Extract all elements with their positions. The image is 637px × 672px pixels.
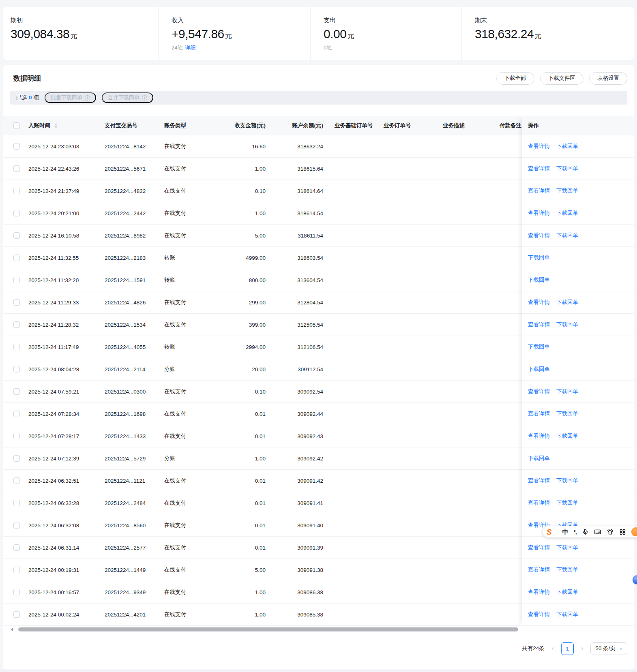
row-checkbox[interactable] [13, 544, 20, 551]
row-checkbox[interactable] [13, 255, 20, 261]
row-checkbox[interactable] [13, 143, 20, 150]
download-receipt-link[interactable]: 下载回单 [556, 210, 578, 217]
download-receipt-link[interactable]: 下载回单 [528, 254, 550, 261]
row-checkbox-cell [3, 522, 28, 529]
row-checkbox[interactable] [13, 567, 20, 573]
total-count-label: 共有24条 [522, 645, 545, 652]
view-detail-link[interactable]: 查看详情 [528, 210, 550, 217]
download-receipt-link[interactable]: 下载回单 [556, 187, 578, 195]
download-receipt-link[interactable]: 下载回单 [556, 321, 578, 328]
view-detail-link[interactable]: 查看详情 [528, 187, 550, 195]
view-detail-link[interactable]: 查看详情 [528, 143, 550, 150]
row-checkbox[interactable] [13, 477, 20, 484]
download-receipt-link[interactable]: 下载回单 [556, 566, 578, 574]
download-receipt-link[interactable]: 下载回单 [556, 299, 578, 306]
row-checkbox[interactable] [13, 344, 20, 350]
cell-amount: 0.10 [215, 188, 266, 194]
row-checkbox[interactable] [13, 388, 20, 395]
download-all-button[interactable]: 下载全部 [496, 72, 534, 85]
row-actions: 查看详情 下载回单 [522, 581, 634, 604]
row-checkbox-cell [3, 366, 28, 372]
download-receipt-link[interactable]: 下载回单 [528, 455, 550, 462]
view-detail-link[interactable]: 查看详情 [528, 499, 550, 507]
download-receipt-link[interactable]: 下载回单 [556, 477, 578, 484]
row-checkbox[interactable] [13, 455, 20, 462]
next-page-icon[interactable]: › [579, 645, 585, 652]
view-detail-link[interactable]: 查看详情 [528, 589, 550, 596]
view-detail-link[interactable]: 查看详情 [528, 477, 550, 484]
download-file-area-button[interactable]: 下载文件区 [540, 72, 584, 85]
row-checkbox[interactable] [13, 611, 20, 618]
cell-entry-time: 2025-12-24 11:29:33 [28, 300, 105, 306]
cell-entry-time: 2025-12-24 07:59:21 [28, 389, 105, 395]
select-all-cell [3, 122, 28, 129]
ime-language-toggle[interactable]: 中 [562, 528, 568, 536]
cell-amount: 1.00 [215, 210, 266, 216]
current-page-button[interactable]: 1 [561, 642, 574, 655]
income-detail-link[interactable]: 详细 [185, 45, 195, 51]
download-receipt-link[interactable]: 下载回单 [528, 343, 550, 351]
view-detail-link[interactable]: 查看详情 [528, 611, 550, 618]
view-detail-link[interactable]: 查看详情 [528, 321, 550, 328]
prev-page-icon[interactable]: ‹ [550, 645, 555, 652]
page-size-select[interactable]: 50 条/页∨ [590, 642, 627, 655]
row-checkbox[interactable] [13, 232, 20, 239]
sort-icon[interactable] [54, 123, 58, 128]
row-checkbox[interactable] [13, 299, 20, 306]
scrollbar-thumb[interactable] [18, 627, 518, 631]
download-receipt-link[interactable]: 下载回单 [556, 165, 578, 172]
ime-extra-icon[interactable] [631, 527, 637, 536]
download-receipt-link[interactable]: 下载回单 [528, 366, 550, 373]
download-receipt-link[interactable]: 下载回单 [556, 410, 578, 417]
view-detail-link[interactable]: 查看详情 [528, 566, 550, 574]
cell-amount: 0.01 [215, 433, 266, 439]
sogou-logo-icon[interactable]: S [547, 528, 552, 536]
cell-balance: 309092.42 [266, 456, 323, 462]
view-detail-link[interactable]: 查看详情 [528, 544, 550, 551]
view-detail-link[interactable]: 查看详情 [528, 232, 550, 239]
view-detail-link[interactable]: 查看详情 [528, 165, 550, 172]
cell-type: 转账 [164, 276, 215, 284]
download-receipt-link[interactable]: 下载回单 [556, 388, 578, 395]
row-checkbox[interactable] [13, 433, 20, 439]
row-checkbox[interactable] [13, 188, 20, 194]
row-checkbox[interactable] [13, 321, 20, 328]
cell-txn-id: 20251224...2183 [105, 255, 164, 261]
scroll-left-arrow-icon[interactable] [11, 628, 13, 631]
download-receipt-link[interactable]: 下载回单 [528, 276, 550, 284]
row-checkbox[interactable] [13, 277, 20, 283]
merge-download-receipt-button[interactable]: 合并下载回单i [102, 92, 153, 103]
download-receipt-link[interactable]: 下载回单 [556, 432, 578, 440]
download-receipt-link[interactable]: 下载回单 [556, 611, 578, 618]
cell-amount: 0.10 [215, 389, 266, 395]
row-checkbox[interactable] [13, 589, 20, 595]
download-receipt-link[interactable]: 下载回单 [556, 232, 578, 239]
row-checkbox[interactable] [13, 366, 20, 372]
cell-amount: 399.00 [215, 322, 266, 328]
batch-download-receipt-button[interactable]: 批量下载回单i [45, 92, 96, 103]
view-detail-link[interactable]: 查看详情 [528, 299, 550, 306]
view-detail-link[interactable]: 查看详情 [528, 388, 550, 395]
cell-txn-id: 20251224...8142 [105, 143, 164, 150]
row-checkbox[interactable] [13, 411, 20, 417]
row-checkbox[interactable] [13, 210, 20, 216]
row-checkbox-cell [3, 544, 28, 551]
row-checkbox[interactable] [13, 522, 20, 529]
skin-icon[interactable] [607, 528, 614, 535]
virtual-keyboard-icon[interactable] [594, 528, 601, 535]
download-receipt-link[interactable]: 下载回单 [556, 544, 578, 551]
view-detail-link[interactable]: 查看详情 [528, 410, 550, 417]
row-checkbox[interactable] [13, 500, 20, 506]
toolbox-grid-icon[interactable] [619, 529, 626, 535]
row-checkbox[interactable] [13, 165, 20, 172]
microphone-icon[interactable] [582, 529, 589, 535]
select-all-checkbox[interactable] [13, 122, 20, 129]
view-detail-link[interactable]: 查看详情 [528, 432, 550, 440]
table-settings-button[interactable]: 表格设置 [589, 72, 627, 85]
download-receipt-link[interactable]: 下载回单 [556, 589, 578, 596]
cell-type: 在线支付 [164, 232, 215, 239]
col-balance: 账户余额(元) [266, 122, 323, 129]
download-receipt-link[interactable]: 下载回单 [556, 143, 578, 150]
ime-punctuation-toggle[interactable]: °, [574, 529, 577, 535]
download-receipt-link[interactable]: 下载回单 [556, 499, 578, 507]
